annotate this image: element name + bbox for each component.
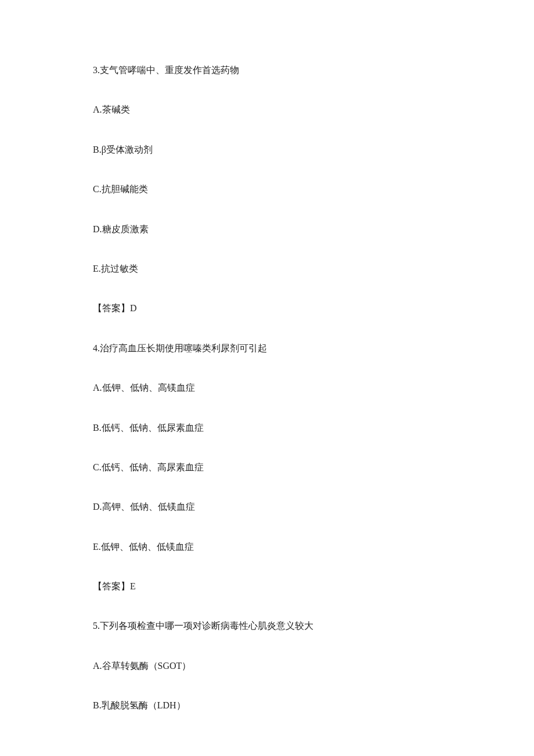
question-option: A.茶碱类 — [93, 103, 441, 116]
option-label: B. — [93, 423, 102, 433]
option-label: B. — [93, 700, 102, 710]
option-text: 低钙、低钠、高尿素血症 — [102, 462, 204, 472]
option-text: 抗胆碱能类 — [102, 184, 148, 194]
option-text: 高钾、低钠、低镁血症 — [102, 502, 195, 512]
option-label: C. — [93, 184, 102, 194]
answer-label: 【答案】 — [93, 303, 130, 313]
option-text: 谷草转氨酶（SGOT） — [102, 661, 192, 671]
option-label: E. — [93, 264, 101, 273]
question-option: C.抗胆碱能类 — [93, 183, 441, 196]
option-text: 茶碱类 — [102, 105, 130, 114]
question-number: 5. — [93, 621, 100, 631]
question-option: D.高钾、低钠、低镁血症 — [93, 501, 441, 513]
question-option: B.乳酸脱氢酶（LDH） — [93, 699, 441, 712]
question-text: 下列各项检查中哪一项对诊断病毒性心肌炎意义较大 — [100, 621, 313, 631]
option-text: β受体激动剂 — [102, 145, 153, 154]
option-label: B. — [93, 145, 102, 154]
option-label: C. — [93, 462, 102, 472]
question-stem: 3.支气管哮喘中、重度发作首选药物 — [93, 64, 441, 77]
option-text: 低钾、低钠、低镁血症 — [101, 542, 194, 552]
answer-value: D — [130, 303, 137, 313]
option-label: A. — [93, 105, 102, 114]
question-option: A.低钾、低钠、高镁血症 — [93, 381, 441, 394]
question-option: E.抗过敏类 — [93, 262, 441, 275]
question-answer: 【答案】E — [93, 580, 441, 593]
question-option: A.谷草转氨酶（SGOT） — [93, 660, 441, 672]
question-option: B.β受体激动剂 — [93, 143, 441, 156]
question-option: B.低钙、低钠、低尿素血症 — [93, 422, 441, 434]
question-number: 4. — [93, 343, 100, 353]
question-stem: 4.治疗高血压长期使用噻嗪类利尿剂可引起 — [93, 342, 441, 355]
question-text: 支气管哮喘中、重度发作首选药物 — [100, 65, 239, 75]
question-option: D.糖皮质激素 — [93, 223, 441, 236]
option-label: A. — [93, 661, 102, 671]
question-number: 3. — [93, 65, 100, 75]
option-label: D. — [93, 502, 102, 512]
question-stem: 5.下列各项检查中哪一项对诊断病毒性心肌炎意义较大 — [93, 620, 441, 632]
option-text: 低钙、低钠、低尿素血症 — [102, 423, 204, 433]
question-option: C.低钙、低钠、高尿素血症 — [93, 461, 441, 474]
option-text: 抗过敏类 — [101, 264, 138, 273]
option-text: 糖皮质激素 — [102, 224, 149, 234]
document-page: 3.支气管哮喘中、重度发作首选药物 A.茶碱类 B.β受体激动剂 C.抗胆碱能类… — [0, 0, 534, 756]
question-option: E.低钾、低钠、低镁血症 — [93, 541, 441, 553]
answer-label: 【答案】 — [93, 581, 130, 591]
option-label: D. — [93, 224, 102, 234]
question-answer: 【答案】D — [93, 302, 441, 315]
option-text: 乳酸脱氢酶（LDH） — [102, 700, 186, 710]
answer-value: E — [130, 581, 136, 591]
question-text: 治疗高血压长期使用噻嗪类利尿剂可引起 — [100, 343, 267, 353]
option-label: A. — [93, 383, 102, 393]
option-label: E. — [93, 542, 101, 552]
option-text: 低钾、低钠、高镁血症 — [102, 383, 195, 393]
